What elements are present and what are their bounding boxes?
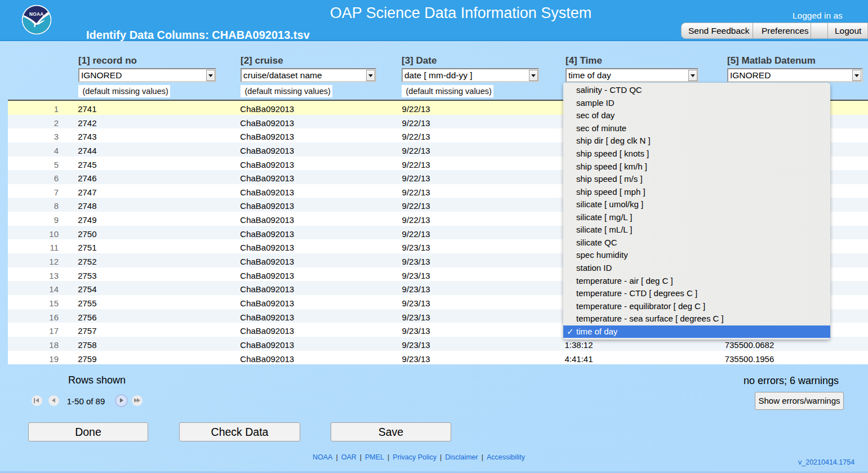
svg-text:NOAA: NOAA [29, 11, 44, 16]
